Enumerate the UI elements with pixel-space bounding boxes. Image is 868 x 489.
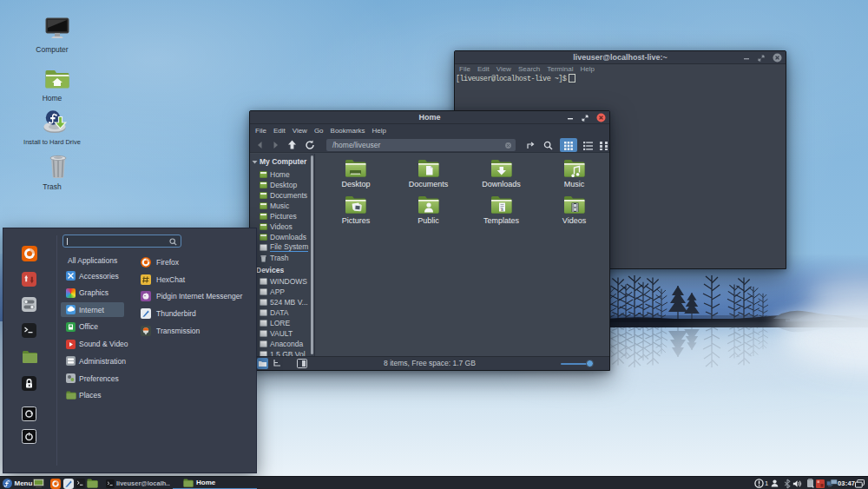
svg-text:a: a xyxy=(501,207,503,212)
